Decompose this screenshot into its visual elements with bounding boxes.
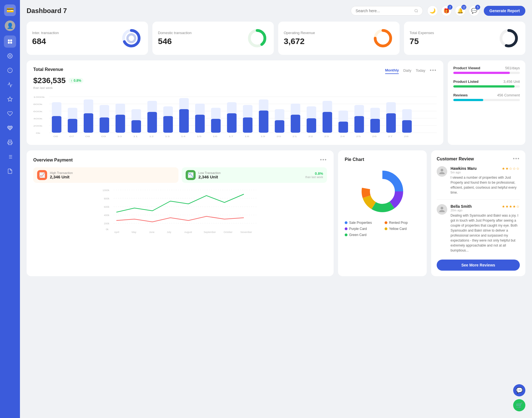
svg-rect-78 <box>307 118 316 133</box>
bell-badge: 12 <box>461 5 466 10</box>
main-content: Dashboard 7 🌙 🎁 2 🔔 12 💬 5 Generate Repo… <box>20 0 532 418</box>
pie-area: Sale Properties Rented Prop Purple Card … <box>345 166 420 237</box>
svg-text:19: 19 <box>260 135 265 138</box>
review-item-1: Hawkins Maru ★★☆☆☆ 5m ago I viewed a num… <box>437 166 520 195</box>
legend-sale-properties: Sale Properties <box>345 221 380 225</box>
metric-product-listed: Product Listed 3,456 Unit <box>453 80 520 88</box>
gift-button[interactable]: 🎁 2 <box>441 6 452 16</box>
svg-text:22: 22 <box>308 135 313 138</box>
svg-text:07: 07 <box>69 135 74 138</box>
donut-domestic <box>246 27 268 49</box>
review-more-options[interactable]: ••• <box>513 156 520 162</box>
pie-chart-card: Pie Chart <box>338 150 427 276</box>
svg-rect-83 <box>386 113 396 133</box>
svg-text:09: 09 <box>101 135 106 138</box>
svg-rect-80 <box>339 122 348 133</box>
svg-rect-71 <box>195 115 204 133</box>
svg-text:15: 15 <box>197 135 201 138</box>
low-tx-label: Low Transaction <box>198 171 221 175</box>
search-input[interactable] <box>355 9 412 13</box>
svg-text:10: 10 <box>117 135 122 138</box>
avatar[interactable]: 👤 <box>5 20 15 31</box>
pie-legend: Sale Properties Rented Prop Purple Card … <box>345 221 420 237</box>
fab-chat[interactable]: 💬 <box>513 384 525 396</box>
svg-rect-3 <box>10 42 12 44</box>
svg-rect-81 <box>354 116 364 133</box>
donut-revenue <box>372 27 394 49</box>
sidebar-item-heart2[interactable] <box>4 122 16 134</box>
change-badge: ↑ 0.8% <box>68 78 83 83</box>
review-card: Customer Review ••• Hawkins Maru ★★☆☆☆ 5… <box>431 150 525 276</box>
svg-text:July: July <box>167 231 172 234</box>
review-header: Customer Review ••• <box>437 156 520 162</box>
stat-card-domestic: Domestic transaction 546 <box>152 22 274 55</box>
reviewer-text-2: Dealing with Syamsudin and Bakri was a j… <box>451 213 520 253</box>
revenue-title: Total Revenue <box>33 67 63 72</box>
bar-chart: 1000k 800k 600k 400k 200k 0k <box>33 94 437 138</box>
svg-text:18: 18 <box>244 135 249 138</box>
sidebar-item-print[interactable] <box>4 136 16 148</box>
generate-report-button[interactable]: Generate Report <box>484 6 525 16</box>
donut-expenses <box>498 27 520 49</box>
svg-point-4 <box>9 55 11 57</box>
reviewer-name-2: Bella Smith <box>451 204 472 209</box>
sidebar-item-document[interactable] <box>4 165 16 177</box>
sidebar-item-analytics[interactable] <box>4 79 16 91</box>
svg-text:400k: 400k <box>33 117 43 120</box>
svg-rect-69 <box>163 116 173 133</box>
search-box[interactable] <box>351 6 423 16</box>
overview-more-options[interactable]: ••• <box>320 157 327 163</box>
svg-text:20: 20 <box>276 135 281 138</box>
svg-text:28: 28 <box>404 135 408 138</box>
svg-rect-76 <box>275 120 284 133</box>
header: Dashboard 7 🌙 🎁 2 🔔 12 💬 5 Generate Repo… <box>27 6 525 16</box>
revenue-amount: $236,535 ↑ 0.8% <box>33 76 437 85</box>
sidebar-item-info[interactable] <box>4 64 16 76</box>
see-more-reviews-button[interactable]: See More Reviews <box>437 260 520 271</box>
tab-daily[interactable]: Daily <box>403 67 411 74</box>
svg-text:23: 23 <box>324 135 329 138</box>
svg-text:26: 26 <box>372 135 377 138</box>
svg-rect-84 <box>402 120 411 133</box>
bottom-row: Overview Payment ••• 📈 High Transaction … <box>27 150 525 276</box>
revenue-more-options[interactable]: ••• <box>430 68 437 73</box>
sidebar-item-settings[interactable] <box>4 50 16 62</box>
svg-text:200k: 200k <box>33 125 43 127</box>
reviewer-info-1: Hawkins Maru ★★☆☆☆ 5m ago I viewed a num… <box>451 166 520 195</box>
progress-bar-listed <box>453 85 520 88</box>
notifications-button[interactable]: 🔔 12 <box>455 6 466 16</box>
svg-rect-64 <box>84 113 93 133</box>
tab-monthly[interactable]: Monthly <box>385 67 399 74</box>
svg-rect-2 <box>8 42 10 44</box>
sidebar-item-heart[interactable] <box>4 107 16 120</box>
dark-mode-button[interactable]: 🌙 <box>427 6 438 16</box>
svg-rect-82 <box>370 119 380 133</box>
svg-text:600k: 600k <box>33 110 43 113</box>
svg-text:12: 12 <box>149 135 154 138</box>
svg-rect-68 <box>147 112 157 133</box>
svg-text:24: 24 <box>340 135 345 138</box>
svg-point-132 <box>371 180 394 203</box>
stat-value-inter: 684 <box>32 37 120 46</box>
revenue-tabs: Monthly Daily Today ••• <box>385 67 437 74</box>
low-tx-pct: 0.8% <box>315 171 323 176</box>
progress-bar-reviews <box>453 99 520 101</box>
high-tx-icon: 📈 <box>37 170 47 180</box>
svg-text:1000k: 1000k <box>103 189 109 192</box>
messages-button[interactable]: 💬 5 <box>469 6 479 16</box>
sidebar-item-list[interactable] <box>4 151 16 163</box>
line-chart-container: 1000k 800k 600k 400k 200k 0k April May J… <box>33 187 327 235</box>
stat-value-expenses: 75 <box>410 37 498 46</box>
svg-text:November: November <box>241 231 252 234</box>
svg-rect-1 <box>10 40 12 42</box>
low-tx-value: 2,346 Unit <box>198 175 221 179</box>
svg-text:June: June <box>149 231 155 234</box>
svg-text:600k: 600k <box>104 206 109 208</box>
sidebar-item-star[interactable] <box>4 93 16 105</box>
svg-text:800k: 800k <box>104 197 109 200</box>
fab-container: 💬 🛒 <box>513 384 525 411</box>
fab-cart[interactable]: 🛒 <box>513 399 525 411</box>
last-week-label: than last week <box>33 86 437 89</box>
tab-today[interactable]: Today <box>416 67 425 74</box>
sidebar-item-dashboard[interactable] <box>4 35 16 48</box>
